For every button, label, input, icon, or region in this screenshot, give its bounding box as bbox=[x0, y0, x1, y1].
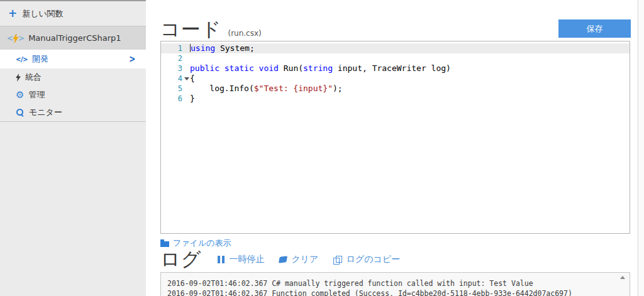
develop-label: 開発 bbox=[32, 53, 48, 65]
clear-button[interactable]: クリア bbox=[279, 254, 318, 265]
new-function-button[interactable]: + 新しい関数 bbox=[0, 1, 146, 26]
line-number: 2 bbox=[161, 53, 182, 63]
new-function-label: 新しい関数 bbox=[22, 8, 64, 19]
page-title: コード bbox=[160, 16, 221, 43]
code-line[interactable]: 3public static void Run(string input, Tr… bbox=[161, 63, 630, 74]
lightning-icon bbox=[16, 74, 21, 82]
sidebar-item-develop[interactable]: </> 開発 > bbox=[0, 50, 146, 69]
log-line: 2016-09-02T01:46:02.367 C# manually trig… bbox=[167, 278, 616, 288]
file-name: (run.csx) bbox=[228, 29, 261, 38]
code-header: コード (run.csx) bbox=[160, 16, 262, 43]
page-scrollbar-track[interactable] bbox=[638, 0, 644, 296]
copy-logs-button[interactable]: ログのコピー bbox=[333, 254, 400, 265]
fold-gutter bbox=[182, 84, 190, 94]
line-number: 1 bbox=[161, 43, 182, 53]
code-line-text: log.Info($"Test: {input}"); bbox=[190, 84, 343, 94]
sidebar-divider bbox=[0, 121, 146, 122]
line-number: 6 bbox=[161, 94, 182, 104]
fold-arrow-icon[interactable] bbox=[184, 77, 189, 80]
code-editor[interactable]: 1using System;23public static void Run(s… bbox=[160, 41, 630, 234]
copy-icon bbox=[333, 256, 341, 264]
code-line[interactable]: 6} bbox=[161, 94, 630, 104]
code-tag-icon: </> bbox=[16, 56, 28, 63]
sidebar-item-function[interactable]: <> ManualTriggerCSharp1 bbox=[0, 26, 146, 50]
manage-label: 管理 bbox=[28, 89, 45, 101]
code-line[interactable]: 2 bbox=[161, 53, 630, 63]
function-bolt-icon: <> bbox=[7, 34, 25, 43]
code-line[interactable]: 1using System; bbox=[161, 43, 630, 53]
search-icon bbox=[16, 108, 25, 117]
log-header: ログ 一時停止 クリア ログのコピー bbox=[160, 246, 415, 273]
save-button[interactable]: 保存 bbox=[558, 19, 631, 38]
fold-gutter bbox=[182, 63, 190, 74]
log-title: ログ bbox=[160, 246, 201, 273]
pause-label: 一時停止 bbox=[229, 254, 264, 265]
sidebar-item-monitor[interactable]: モニター bbox=[0, 104, 146, 121]
chevron-right-icon: > bbox=[130, 53, 136, 65]
scroll-up-icon[interactable] bbox=[620, 276, 625, 279]
pause-button[interactable]: 一時停止 bbox=[218, 254, 264, 265]
fold-gutter bbox=[182, 94, 190, 104]
fold-gutter[interactable] bbox=[182, 74, 190, 84]
code-line-text: public static void Run(string input, Tra… bbox=[190, 63, 451, 74]
copy-logs-label: ログのコピー bbox=[346, 254, 400, 265]
eraser-icon bbox=[279, 256, 287, 263]
log-output-panel[interactable]: 2016-09-02T01:46:02.367 C# manually trig… bbox=[160, 272, 630, 296]
function-name: ManualTriggerCSharp1 bbox=[28, 33, 121, 43]
azure-functions-develop-page: + 新しい関数 <> ManualTriggerCSharp1 </> 開発 >… bbox=[0, 0, 644, 296]
gear-icon: ⚙ bbox=[16, 90, 24, 100]
monitor-label: モニター bbox=[29, 107, 62, 118]
code-line-text: using System; bbox=[190, 43, 255, 53]
code-line[interactable]: 4{ bbox=[161, 74, 630, 84]
log-line: 2016-09-02T01:46:02.367 Function complet… bbox=[167, 288, 616, 296]
main-content: コード (run.csx) 保存 1using System;23public … bbox=[146, 0, 644, 296]
line-number: 4 bbox=[161, 74, 182, 84]
code-line-text: } bbox=[190, 94, 195, 104]
sidebar: + 新しい関数 <> ManualTriggerCSharp1 </> 開発 >… bbox=[0, 0, 146, 296]
sidebar-item-integrate[interactable]: 統合 bbox=[0, 69, 146, 86]
fold-gutter bbox=[182, 43, 190, 53]
plus-icon: + bbox=[8, 8, 17, 19]
integrate-label: 統合 bbox=[25, 72, 42, 83]
sidebar-item-manage[interactable]: ⚙ 管理 bbox=[0, 86, 146, 104]
code-line[interactable]: 5 log.Info($"Test: {input}"); bbox=[161, 84, 630, 94]
code-line-text: { bbox=[190, 74, 195, 84]
clear-label: クリア bbox=[291, 254, 318, 265]
pause-icon bbox=[218, 256, 225, 263]
fold-gutter bbox=[182, 53, 190, 63]
line-number: 5 bbox=[161, 84, 182, 94]
line-number: 3 bbox=[161, 63, 182, 74]
